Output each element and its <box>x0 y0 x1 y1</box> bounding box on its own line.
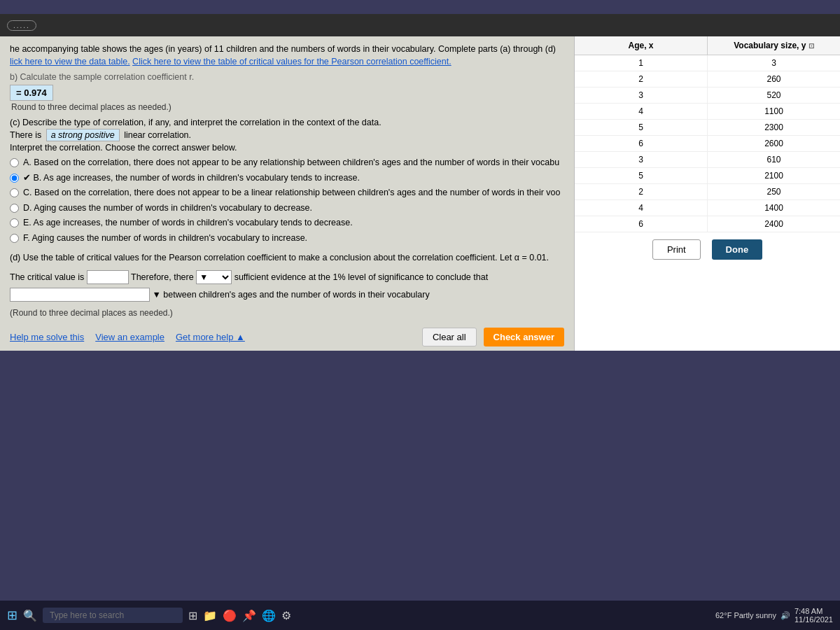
bottom-left: Help me solve this View an example Get m… <box>10 332 245 342</box>
taskbar-right: 62°F Partly sunny 🔊 7:48 AM 11/16/2021 <box>715 607 833 624</box>
critical-value-input[interactable] <box>87 270 129 284</box>
date-display: 11/16/2021 <box>794 615 833 624</box>
taskbar-search[interactable] <box>43 608 183 623</box>
check-answer-button[interactable]: Check answer <box>484 328 564 346</box>
taskbar-left: ⊞ 🔍 ⊞ 📁 🔴 📌 🌐 ⚙ <box>7 608 291 623</box>
part-c-label: (c) Describe the type of correlation, if… <box>10 118 564 127</box>
right-panel: Age, x Vocabulary size, y ⊡ 1 3 2 260 <box>574 36 840 351</box>
radio-E[interactable] <box>10 218 19 227</box>
taskbar-app-icon-5[interactable]: 🌐 <box>262 609 276 622</box>
top-bar-dots: ..... <box>7 20 36 31</box>
radio-B[interactable] <box>10 174 19 183</box>
table-row: 4 1400 <box>575 200 840 216</box>
option-E[interactable]: E. As age increases, the number of words… <box>10 217 564 230</box>
weather-text: 62°F Partly sunny <box>715 611 776 620</box>
windows-icon[interactable]: ⊞ <box>7 608 18 623</box>
main-window: ..... he accompanying table shows the ag… <box>0 14 840 351</box>
help-me-solve-button[interactable]: Help me solve this <box>10 332 84 342</box>
taskbar-app-icon-1[interactable]: ⊞ <box>188 609 197 622</box>
print-button[interactable]: Print <box>652 239 701 260</box>
search-icon[interactable]: 🔍 <box>23 609 37 622</box>
part-d: (d) Use the table of critical values for… <box>10 251 564 319</box>
table-row: 6 2600 <box>575 136 840 152</box>
done-button[interactable]: Done <box>712 239 763 260</box>
taskbar-app-icon-2[interactable]: 📁 <box>203 609 217 622</box>
top-bar: ..... <box>0 14 840 36</box>
clock: 7:48 AM 11/16/2021 <box>794 607 833 624</box>
col-vocab-header: Vocabulary size, y ⊡ <box>708 36 840 55</box>
col-age-header: Age, x <box>575 36 708 55</box>
conclusion-input[interactable] <box>10 288 150 302</box>
answer-value: = 0.974 <box>10 85 53 101</box>
table-body: 1 3 2 260 3 520 4 1100 <box>575 55 840 232</box>
correlation-statement: There is a strong positive linear correl… <box>10 130 564 140</box>
taskbar-app-icon-6[interactable]: ⚙ <box>281 609 291 622</box>
clear-all-button[interactable]: Clear all <box>422 328 477 346</box>
bottom-right: Clear all Check answer <box>422 328 564 346</box>
bottom-bar: Help me solve this View an example Get m… <box>10 328 564 346</box>
table-row: 4 1100 <box>575 104 840 120</box>
radio-F[interactable] <box>10 234 19 243</box>
therefore-select[interactable]: ▼ is is not <box>196 270 232 284</box>
table-row: 6 2400 <box>575 216 840 232</box>
table-row: 3 520 <box>575 88 840 104</box>
part-d-inputs: The critical value is Therefore, there ▼… <box>10 269 564 304</box>
table-header: Age, x Vocabulary size, y ⊡ <box>575 36 840 55</box>
taskbar-app-icon-4[interactable]: 📌 <box>242 609 256 622</box>
part-d-label: (d) Use the table of critical values for… <box>10 251 564 265</box>
correlation-highlight: a strong positive <box>46 129 120 141</box>
content-row: he accompanying table shows the ages (in… <box>0 36 840 351</box>
page-wrapper: ..... he accompanying table shows the ag… <box>0 0 840 630</box>
time-display: 7:48 AM <box>794 607 833 615</box>
part-b-label: b) Calculate the sample correlation coef… <box>10 72 564 82</box>
header-text: he accompanying table shows the ages (in… <box>10 43 564 68</box>
table-row: 2 260 <box>575 71 840 88</box>
option-D[interactable]: D. Aging causes the number of words in c… <box>10 202 564 215</box>
table-row: 1 3 <box>575 55 840 71</box>
table-row: 5 2300 <box>575 120 840 136</box>
part-d-round-note: (Round to three decimal places as needed… <box>10 307 564 319</box>
taskbar: ⊞ 🔍 ⊞ 📁 🔴 📌 🌐 ⚙ 62°F Partly sunny 🔊 7:48… <box>0 601 840 630</box>
volume-icon[interactable]: 🔊 <box>780 611 790 620</box>
option-B[interactable]: ✔ B. As age increases, the number of wor… <box>10 172 564 185</box>
option-C[interactable]: C. Based on the correlation, there does … <box>10 187 564 200</box>
view-example-button[interactable]: View an example <box>95 332 164 342</box>
taskbar-app-icon-3[interactable]: 🔴 <box>223 609 237 622</box>
radio-D[interactable] <box>10 204 19 213</box>
left-panel: he accompanying table shows the ages (in… <box>0 36 574 351</box>
table-row: 5 2100 <box>575 168 840 184</box>
table-row: 2 250 <box>575 184 840 200</box>
interpret-label: Interpret the correlation. Choose the co… <box>10 143 564 153</box>
radio-A[interactable] <box>10 158 19 167</box>
option-A[interactable]: A. Based on the correlation, there does … <box>10 157 564 169</box>
print-done-bar: Print Done <box>575 232 840 267</box>
round-note-b: Round to three decimal places as needed.… <box>11 102 564 112</box>
option-F[interactable]: F. Aging causes the number of words in c… <box>10 232 564 245</box>
radio-C[interactable] <box>10 188 19 197</box>
critical-values-link[interactable]: Click here to view the table of critical… <box>132 57 451 66</box>
get-more-help-button[interactable]: Get more help ▲ <box>176 332 245 342</box>
table-row: 3 610 <box>575 152 840 168</box>
data-table-link[interactable]: lick here to view the data table. <box>10 57 130 66</box>
